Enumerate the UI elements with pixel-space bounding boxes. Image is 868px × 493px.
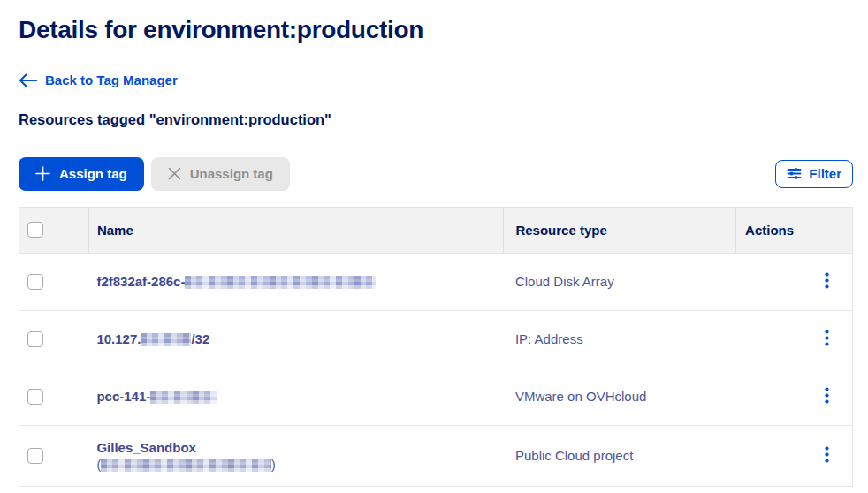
toolbar-left: Assign tag Unassign tag — [19, 157, 290, 191]
resource-name: f2f832af-286c- — [96, 274, 376, 289]
unassign-tag-label: Unassign tag — [190, 166, 273, 181]
resource-name: 10.127./32 — [96, 331, 209, 346]
redacted-text — [185, 276, 376, 289]
resource-type: Public Cloud project — [515, 448, 633, 463]
redacted-text — [141, 333, 191, 346]
toolbar: Assign tag Unassign tag Fi — [19, 157, 853, 191]
table-header: Name Resource type Actions — [19, 207, 853, 253]
filter-sliders-icon — [787, 166, 802, 181]
row-checkbox[interactable] — [27, 331, 43, 347]
column-header-actions: Actions — [736, 207, 853, 253]
resource-name: Gilles_Sandbox — [96, 440, 504, 455]
tag-details-page: Details for environment:production Back … — [0, 0, 868, 487]
resources-table: Name Resource type Actions f2f832af-286c… — [19, 207, 853, 487]
row-actions-menu-button[interactable] — [819, 269, 834, 295]
resource-type: IP: Address — [515, 331, 583, 346]
assign-tag-button[interactable]: Assign tag — [19, 157, 144, 191]
resource-type: Cloud Disk Array — [515, 274, 614, 289]
header-select-all-cell — [19, 207, 89, 253]
arrow-left-icon — [19, 73, 37, 87]
kebab-icon — [825, 272, 829, 289]
kebab-icon — [825, 446, 829, 463]
table-row: pcc-141- VMware on OVHcloud — [19, 368, 853, 425]
row-actions-menu-button[interactable] — [819, 326, 834, 353]
resources-tagged-subtitle: Resources tagged "environment:production… — [19, 111, 853, 128]
plus-icon — [35, 166, 50, 181]
row-checkbox[interactable] — [27, 274, 43, 290]
redacted-text — [150, 391, 217, 404]
row-checkbox[interactable] — [27, 448, 43, 464]
select-all-checkbox[interactable] — [27, 222, 43, 238]
kebab-icon — [825, 387, 829, 404]
resource-name-id: () — [96, 458, 504, 472]
kebab-icon — [825, 330, 829, 346]
table-row: f2f832af-286c- Cloud Disk Array — [19, 253, 853, 310]
table-row: Gilles_Sandbox () Public Cloud project — [19, 425, 853, 486]
row-actions-menu-button[interactable] — [819, 443, 834, 469]
column-header-resource-type: Resource type — [504, 207, 736, 253]
unassign-tag-button[interactable]: Unassign tag — [151, 157, 290, 191]
cross-icon — [168, 167, 181, 180]
filter-label: Filter — [809, 166, 841, 181]
column-header-name: Name — [88, 207, 504, 253]
row-checkbox[interactable] — [27, 389, 43, 405]
redacted-text — [101, 459, 271, 472]
back-link[interactable]: Back to Tag Manager — [19, 72, 178, 87]
page-title: Details for environment:production — [19, 16, 853, 44]
filter-button[interactable]: Filter — [775, 160, 853, 188]
back-link-label: Back to Tag Manager — [45, 72, 178, 87]
assign-tag-label: Assign tag — [59, 166, 127, 181]
resource-type: VMware on OVHcloud — [515, 389, 646, 404]
resource-name: pcc-141- — [96, 389, 217, 404]
table-row: 10.127./32 IP: Address — [19, 310, 853, 368]
row-actions-menu-button[interactable] — [819, 383, 834, 410]
